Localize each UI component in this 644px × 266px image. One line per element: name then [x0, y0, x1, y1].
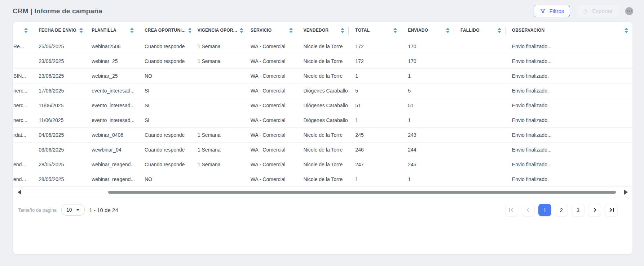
cell-crea: SI	[138, 98, 191, 113]
column-header-plantilla: PLANTILLA	[85, 22, 138, 39]
sort-icon-vigencia[interactable]	[240, 28, 243, 33]
cell-enviado: 51	[401, 98, 454, 113]
pagination-first-button[interactable]	[505, 204, 518, 216]
pagination-prev-button[interactable]	[522, 204, 535, 216]
table-row: Re...25/06/2025webinar2506Cuando respond…	[13, 39, 632, 54]
cell-fallido	[454, 172, 506, 186]
cell-observacion: Envio finalizado.	[506, 83, 632, 98]
column-label-fallido: FALLIDO	[460, 28, 480, 33]
cell-vigencia	[191, 83, 244, 98]
scroll-left-arrow-icon[interactable]	[18, 190, 21, 195]
column-label-servicio: SERVICIO	[251, 28, 272, 33]
cell-total: 51	[349, 98, 401, 113]
column-header-servicio: SERVICIO	[244, 22, 297, 39]
sort-icon-fallido[interactable]	[498, 28, 501, 33]
scroll-right-arrow-icon[interactable]	[624, 190, 628, 195]
cell-name: nerc...	[13, 98, 32, 113]
table-row: nerc...11/06/2025evento_interesad...SIWA…	[13, 98, 632, 113]
sort-icon-servicio[interactable]	[289, 28, 293, 33]
cell-observacion: Envio finalizado.	[506, 98, 632, 113]
table-header-row: FECHA DE ENVÍOPLANTILLACREA OPORTUNI...V…	[13, 22, 632, 39]
pagination: 1 2 3	[505, 204, 627, 216]
sort-icon-fecha[interactable]	[79, 28, 83, 33]
cell-fallido	[454, 83, 506, 98]
cell-fecha: 03/06/2025	[32, 142, 85, 157]
cell-fallido	[454, 127, 506, 142]
cell-crea: NO	[138, 172, 191, 186]
cell-enviado: 1	[401, 172, 454, 186]
cell-enviado: 244	[401, 142, 454, 157]
topbar: CRM | Informe de campaña Filtros Exporta…	[0, 0, 644, 22]
table-row: 03/06/2025wewbinar_04Cuando responde1 Se…	[13, 142, 632, 157]
column-header-fallido: FALLIDO	[454, 22, 506, 39]
cell-enviado: 245	[401, 157, 454, 172]
cell-fallido	[454, 113, 506, 127]
cell-observacion: Envio finalizado...	[506, 39, 632, 54]
pagination-page-2[interactable]: 2	[555, 204, 568, 216]
sort-icon-vendedor[interactable]	[341, 28, 344, 33]
page-title: CRM | Informe de campaña	[13, 7, 102, 15]
sort-icon-name[interactable]	[24, 28, 28, 33]
cell-total: 1	[349, 68, 401, 83]
cell-total: 172	[349, 54, 401, 68]
cell-observacion: Envio finalizado.	[506, 113, 632, 127]
cell-servicio: WA - Comercial	[244, 83, 297, 98]
export-button[interactable]: Exportar	[577, 5, 619, 17]
cell-fallido	[454, 39, 506, 54]
cell-observacion: Envio finalizado...	[506, 157, 632, 172]
page-size-value: 10	[66, 207, 72, 213]
page-size-label: Tamaño de pagina	[18, 207, 57, 213]
cell-name: end...	[13, 172, 32, 186]
pagination-last-button[interactable]	[605, 204, 618, 216]
sort-icon-total[interactable]	[393, 28, 397, 33]
column-label-total: TOTAL	[355, 28, 370, 33]
cell-fallido	[454, 54, 506, 68]
cell-fecha: 11/06/2025	[32, 98, 85, 113]
table-footer: Tamaño de pagina 10 1 - 10 de 24 1 2 3	[13, 198, 632, 221]
cell-servicio: WA - Comercial	[244, 39, 297, 54]
topbar-actions: Filtros Exportar	[534, 5, 633, 17]
cell-crea: SI	[138, 83, 191, 98]
column-header-observacion: OBSERVACIÓN	[506, 22, 632, 39]
column-header-fecha: FECHA DE ENVÍO	[32, 22, 85, 39]
more-options-button[interactable]	[625, 7, 633, 15]
pagination-next-button[interactable]	[588, 204, 601, 216]
page-size-select[interactable]: 10	[61, 204, 85, 216]
column-label-enviado: ENVIADO	[408, 28, 428, 33]
chevron-right-icon	[608, 208, 612, 212]
scrollbar-thumb[interactable]	[108, 191, 616, 194]
page-size-controls: Tamaño de pagina 10 1 - 10 de 24	[18, 204, 118, 216]
cell-fecha: 28/05/2025	[32, 172, 85, 186]
table-row: rdat...04/06/2025webinar_0406Cuando resp…	[13, 127, 632, 142]
cell-plantilla: webinar_reagend...	[85, 172, 138, 186]
cell-vigencia	[191, 172, 244, 186]
cell-servicio: WA - Comercial	[244, 113, 297, 127]
cell-vigencia	[191, 68, 244, 83]
table-row: end...28/05/2025webinar_reagend...Cuando…	[13, 157, 632, 172]
first-page-icon	[509, 208, 510, 212]
sort-icon-observacion[interactable]	[625, 28, 628, 33]
column-label-plantilla: PLANTILLA	[92, 28, 116, 33]
cell-vendedor: Nicole de la Torre	[297, 68, 349, 83]
cell-servicio: WA - Comercial	[244, 127, 297, 142]
cell-observacion: Envio finalizado.	[506, 68, 632, 83]
horizontal-scrollbar	[13, 187, 632, 198]
column-header-crea: CREA OPORTUNI...	[138, 22, 191, 39]
sort-icon-enviado[interactable]	[446, 28, 450, 33]
column-label-crea: CREA OPORTUNI...	[145, 28, 185, 33]
pagination-page-3[interactable]: 3	[572, 204, 585, 216]
column-label-observacion: OBSERVACIÓN	[512, 28, 544, 33]
cell-crea: Cuando responde	[138, 54, 191, 68]
cell-enviado: 1	[401, 113, 454, 127]
pagination-page-1[interactable]: 1	[538, 204, 551, 216]
cell-total: 247	[349, 157, 401, 172]
filters-button[interactable]: Filtros	[534, 5, 570, 17]
cell-fecha: 23/06/2025	[32, 68, 85, 83]
sort-icon-plantilla[interactable]	[130, 28, 134, 33]
cell-vigencia: 1 Semana	[191, 39, 244, 54]
cell-fecha: 04/06/2025	[32, 127, 85, 142]
report-card: FECHA DE ENVÍOPLANTILLACREA OPORTUNI...V…	[13, 22, 633, 254]
ellipsis-icon	[627, 10, 628, 12]
cell-observacion: Envio finalizado...	[506, 142, 632, 157]
sort-icon-crea[interactable]	[188, 28, 191, 33]
